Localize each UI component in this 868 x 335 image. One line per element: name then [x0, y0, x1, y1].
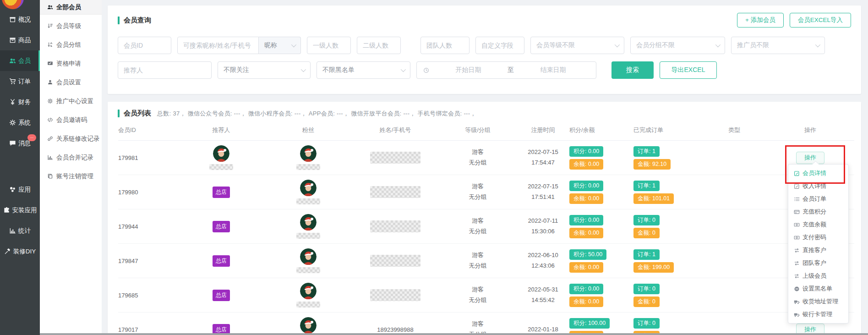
- date-range-picker[interactable]: 开始日期 至 结束日期: [416, 61, 596, 79]
- table-row: 179981 游客 无分组 2022-07-15: [118, 141, 854, 175]
- member-group-select[interactable]: 会员分组不限: [630, 37, 725, 54]
- avatar[interactable]: [213, 145, 229, 162]
- action-menu-item-member-orders[interactable]: 会员订单: [788, 192, 848, 205]
- table-row: 179980 总店 游客 无分组 2022-07-15 17:51:41: [118, 175, 854, 209]
- action-menu-item-pay-password[interactable]: 支付密码: [788, 231, 848, 244]
- member-excel-import-button[interactable]: 会员EXCEL导入: [790, 13, 851, 27]
- action-menu-item-member-detail[interactable]: 会员详情: [788, 167, 848, 180]
- main-content: 会员查询 + 添加会员 会员EXCEL导入 昵称: [102, 0, 868, 335]
- action-menu-item-recharge-balance[interactable]: 充值余额: [788, 218, 848, 231]
- sidebar-item-decorate-diy[interactable]: 装修DIY: [0, 241, 40, 262]
- gear-icon: [47, 98, 53, 104]
- blurred-nickname: [209, 164, 233, 170]
- action-menu-item-set-blacklist[interactable]: 设置黑名单: [788, 282, 848, 295]
- fans-cell: [265, 180, 352, 204]
- col-completed-orders: 已完成订单: [633, 126, 702, 134]
- avatar[interactable]: [300, 214, 317, 231]
- points-balance-cell: 积分: 100.00 余额: 0.00: [569, 318, 633, 335]
- link-icon: [47, 136, 53, 142]
- level-group-cell: 游客 无分组: [439, 216, 517, 237]
- promoter-select[interactable]: 推广员不限: [731, 37, 825, 54]
- action-menu-item-shipping-address[interactable]: 收货地址管理: [788, 295, 848, 308]
- add-member-button[interactable]: + 添加会员: [737, 13, 784, 27]
- referrer-input[interactable]: [118, 61, 212, 79]
- apps-icon: [9, 186, 16, 193]
- search-button[interactable]: 搜索: [611, 61, 654, 79]
- list-panel-title: 会员列表: [124, 109, 151, 118]
- blurred-nickname: [296, 302, 320, 308]
- store-badge: 总店: [213, 255, 230, 267]
- edit-icon: [794, 170, 800, 176]
- chevron-down-icon: [815, 42, 820, 47]
- submenu-item-invite-code[interactable]: 会员邀请码: [40, 110, 102, 129]
- action-menu-item-income-detail[interactable]: 收入详情: [788, 180, 848, 192]
- completed-orders-cell: 订单: 0 金额: 0: [633, 318, 702, 335]
- team-count-input[interactable]: [420, 37, 469, 54]
- custom-field-input[interactable]: [475, 37, 524, 54]
- clock-icon: [423, 67, 429, 73]
- horizontal-scrollbar[interactable]: [40, 333, 868, 335]
- follow-filter-select[interactable]: 不限关注: [218, 61, 311, 79]
- amount-badge: 金额: 199.00: [633, 262, 674, 273]
- action-menu-item-recharge-points[interactable]: 充值积分: [788, 205, 848, 218]
- avatar[interactable]: [300, 248, 317, 265]
- completed-orders-cell: 订单: 1 金额: 101.01: [633, 181, 702, 204]
- santa-avatar-icon: [300, 248, 317, 265]
- sidebar-item-statistics[interactable]: 统计: [0, 220, 40, 241]
- sidebar-item-orders[interactable]: 订单: [0, 71, 40, 92]
- submenu-item-account-cancellation[interactable]: 账号注销管理: [40, 167, 102, 186]
- avatar[interactable]: [300, 145, 317, 162]
- submenu-item-promotion-settings[interactable]: 推广中心设置: [40, 92, 102, 110]
- level1-count-input[interactable]: [307, 37, 351, 54]
- export-excel-button[interactable]: 导出EXCEL: [660, 61, 717, 79]
- fans-cell: [265, 145, 352, 170]
- action-menu-item-bank-cards[interactable]: 银行卡管理: [788, 308, 848, 321]
- action-menu-item-direct-customers[interactable]: 直推客户: [788, 244, 848, 257]
- level2-count-input[interactable]: [357, 37, 401, 54]
- avatar[interactable]: [300, 180, 317, 196]
- points-balance-cell: 积分: 50.00 余额: 0.00: [569, 249, 633, 273]
- sidebar-item-install-apps[interactable]: 安装应用: [0, 200, 40, 220]
- app: 概况 商品 会员 订单 财务 系统 消息 ... 应用: [0, 0, 868, 335]
- copy-doc-icon: [47, 173, 53, 179]
- submenu-item-qualification[interactable]: 资格申请: [40, 54, 102, 73]
- blurred-name: [370, 152, 420, 164]
- action-menu-item-team-customers[interactable]: 团队客户: [788, 257, 848, 269]
- keyword-input[interactable]: [177, 37, 259, 54]
- col-name-phone: 姓名/手机号: [352, 126, 439, 134]
- member-id-input[interactable]: [118, 37, 171, 54]
- sidebar-item-members[interactable]: 会员: [0, 50, 40, 71]
- product-icon: [9, 37, 16, 44]
- avatar[interactable]: [300, 317, 317, 334]
- submenu-item-merge-records[interactable]: 会员合并记录: [40, 148, 102, 167]
- orders-badge: 订单: 1: [633, 146, 660, 157]
- blacklist-filter-select[interactable]: 不限黑名单: [317, 61, 410, 79]
- sidebar-item-finance[interactable]: 财务: [0, 92, 40, 112]
- action-menu-item-upline-member[interactable]: 上级会员: [788, 269, 848, 282]
- amount-badge: 金额: 0: [633, 297, 660, 307]
- santa-avatar-icon: [300, 180, 317, 196]
- name-cell: [352, 186, 439, 198]
- submenu-item-member-settings[interactable]: 会员设置: [40, 73, 102, 92]
- sidebar-item-system[interactable]: 系统: [0, 112, 40, 133]
- member-level-select[interactable]: 会员等级不限: [530, 37, 624, 54]
- submenu-item-member-group[interactable]: 会员分组: [40, 35, 102, 54]
- santa-avatar-icon: [300, 145, 317, 162]
- sidebar-item-apps[interactable]: 应用: [0, 179, 40, 200]
- code-icon: [47, 117, 53, 123]
- col-register-time: 注册时间: [517, 126, 569, 134]
- submenu-item-relation-chain-log[interactable]: 关系链修改记录: [40, 129, 102, 148]
- keyword-type-select[interactable]: 昵称: [259, 37, 301, 54]
- end-date-field[interactable]: 结束日期: [517, 66, 590, 74]
- sidebar-item-messages[interactable]: 消息 ...: [0, 133, 40, 154]
- submenu-item-member-level[interactable]: 会员等级: [40, 16, 102, 35]
- start-date-field[interactable]: 开始日期: [432, 66, 505, 74]
- sidebar-item-overview[interactable]: 概况: [0, 9, 40, 30]
- avatar[interactable]: [300, 283, 317, 299]
- register-time-cell: 2022-07-15 17:54:47: [517, 147, 569, 168]
- blurred-name: [370, 255, 420, 267]
- sidebar-item-product[interactable]: 商品: [0, 30, 40, 50]
- name-cell: [352, 220, 439, 232]
- submenu-item-all-members[interactable]: 全部会员: [40, 0, 102, 15]
- row-action-button[interactable]: 操作: [796, 152, 824, 164]
